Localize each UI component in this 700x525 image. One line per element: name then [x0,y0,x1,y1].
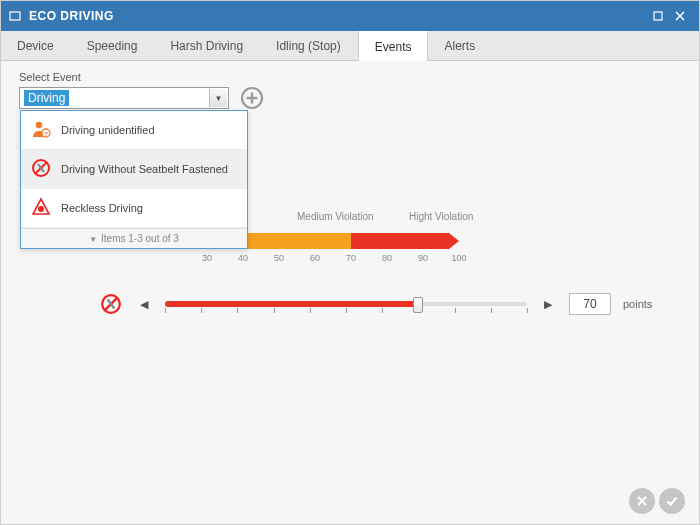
confirm-button[interactable] [659,488,685,514]
chevron-down-icon: ▼ [209,89,227,107]
points-unit-label: points [623,298,652,310]
person-question-icon: ? [31,119,51,141]
high-violation-label: Hight Violation [409,211,473,222]
close-button[interactable] [669,5,691,27]
footer-buttons [629,488,685,514]
svg-rect-1 [654,12,662,20]
tab-speeding[interactable]: Speeding [71,31,155,60]
no-seatbelt-icon [31,158,51,180]
tab-idling[interactable]: Idling (Stop) [260,31,358,60]
select-event-value: Driving [24,90,69,106]
titlebar: ECO DRIVING [1,1,699,31]
window-title: ECO DRIVING [29,9,114,23]
points-value-input[interactable]: 70 [569,293,611,315]
dropdown-footer: ▼Items 1-3 out of 3 [21,228,247,248]
maximize-button[interactable] [647,5,669,27]
tab-harsh-driving[interactable]: Harsh Driving [154,31,260,60]
tab-device[interactable]: Device [1,31,71,60]
dropdown-option-unidentified[interactable]: ? Driving unidentified [21,111,247,150]
window-icon [9,10,21,22]
slider-increase-button[interactable]: ▶ [539,298,557,311]
svg-text:?: ? [44,131,48,137]
slider-decrease-button[interactable]: ◀ [135,298,153,311]
select-event-dropdown[interactable]: Driving ▼ ? Driving unidentified [19,87,229,109]
event-dropdown-list: ? Driving unidentified [20,110,248,249]
svg-point-4 [36,122,42,128]
tabs: Device Speeding Harsh Driving Idling (St… [1,31,699,61]
no-seatbelt-icon [99,293,123,315]
dropdown-option-seatbelt[interactable]: Driving Without Seatbelt Fastened [21,150,247,189]
svg-point-10 [38,206,44,212]
dropdown-option-label: Reckless Driving [61,202,143,214]
medium-violation-label: Medium Violation [297,211,374,222]
tab-alerts[interactable]: Alerts [428,31,492,60]
dropdown-option-label: Driving unidentified [61,124,155,136]
tab-events[interactable]: Events [358,31,429,61]
dropdown-option-reckless[interactable]: Reckless Driving [21,189,247,228]
points-slider[interactable] [165,294,527,314]
eco-driving-window: ECO DRIVING Device Speeding Harsh Drivin… [0,0,700,525]
gauge-ticks: 30 40 50 60 70 80 90 100 [99,253,459,267]
svg-rect-0 [10,12,20,20]
slider-thumb[interactable] [413,297,423,313]
dropdown-option-label: Driving Without Seatbelt Fastened [61,163,228,175]
cancel-button[interactable] [629,488,655,514]
add-event-button[interactable] [239,85,265,111]
gauge-red-segment [351,233,459,249]
content-area: Select Event Driving ▼ ? [1,61,699,524]
reckless-icon [31,197,51,219]
select-event-label: Select Event [19,71,681,83]
